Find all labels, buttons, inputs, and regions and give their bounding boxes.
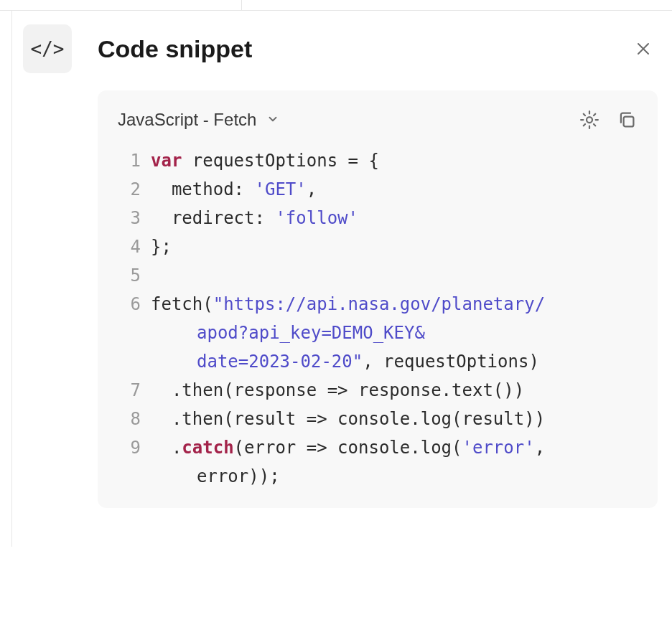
line-number: 1 [118, 146, 141, 175]
settings-button[interactable] [579, 109, 600, 131]
close-icon [635, 40, 652, 57]
panel-header: </> Code snippet [23, 24, 658, 73]
copy-button[interactable] [616, 109, 638, 131]
copy-icon [616, 109, 638, 131]
code-block: JavaScript - Fetch 1var requestOptions [98, 90, 658, 508]
close-button[interactable] [629, 34, 658, 63]
panel-title: Code snippet [98, 35, 629, 63]
line-number: 2 [118, 175, 141, 204]
chevron-down-icon [266, 110, 279, 130]
code-snippet-panel: </> Code snippet JavaScript - Fetch [23, 24, 658, 508]
line-number: 7 [118, 376, 141, 405]
gear-icon [579, 109, 600, 131]
language-select[interactable]: JavaScript - Fetch [118, 110, 279, 130]
code-content: 1var requestOptions = {2 method: 'GET',3… [118, 146, 638, 491]
language-label: JavaScript - Fetch [118, 110, 256, 130]
line-number: 6 [118, 290, 141, 319]
line-number: 9 [118, 433, 141, 462]
svg-rect-1 [624, 117, 634, 127]
line-number: 8 [118, 405, 141, 433]
line-number: 5 [118, 261, 141, 290]
line-number: 3 [118, 204, 141, 232]
code-icon: </> [23, 24, 72, 73]
line-number: 4 [118, 232, 141, 261]
svg-point-0 [587, 117, 592, 123]
code-toolbar: JavaScript - Fetch [118, 109, 638, 131]
